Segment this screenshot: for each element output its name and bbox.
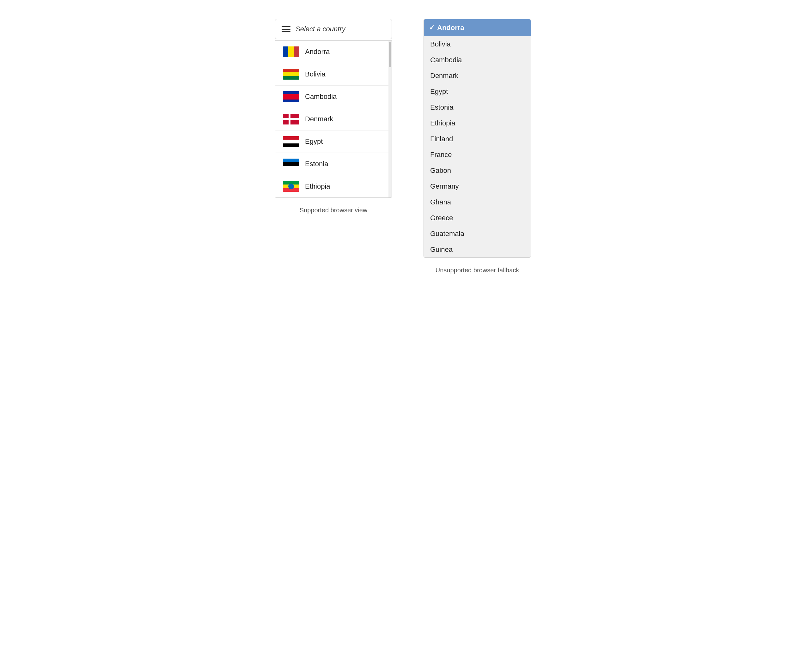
list-item[interactable]: Cambodia: [275, 86, 388, 108]
list-item[interactable]: Denmark: [275, 108, 388, 130]
country-name: Ethiopia: [305, 182, 330, 191]
country-name: Bolivia: [305, 70, 325, 78]
list-item[interactable]: Guinea: [424, 242, 531, 257]
flag-andorra: [283, 46, 299, 57]
flag-estonia: [283, 158, 299, 170]
list-item[interactable]: Egypt: [424, 84, 531, 99]
list-item[interactable]: France: [424, 147, 531, 163]
flag-denmark: [283, 114, 299, 125]
list-item[interactable]: Bolivia: [275, 63, 388, 86]
list-item[interactable]: Estonia: [275, 153, 388, 175]
custom-dropdown: Andorra Bolivia Cambodia: [275, 40, 392, 198]
list-item[interactable]: Estonia: [424, 99, 531, 115]
country-name: Denmark: [305, 115, 333, 123]
country-name: Andorra: [305, 48, 330, 56]
list-item[interactable]: Guatemala: [424, 226, 531, 242]
checkmark-icon: ✓: [429, 24, 434, 32]
left-column: Select a country Andorra: [275, 19, 392, 214]
scrollbar[interactable]: [388, 41, 391, 198]
country-name: Estonia: [305, 160, 328, 168]
country-name: Egypt: [305, 137, 323, 146]
left-label: Supported browser view: [300, 207, 368, 214]
list-item[interactable]: Germany: [424, 178, 531, 194]
hamburger-icon: [282, 26, 291, 32]
country-name: Cambodia: [305, 92, 337, 101]
flag-egypt: [283, 136, 299, 147]
option-list: Bolivia Cambodia Denmark Egypt Estonia E…: [424, 36, 531, 257]
flag-cambodia: [283, 91, 299, 102]
scrollbar-thumb: [389, 42, 391, 67]
select-placeholder: Select a country: [296, 25, 345, 33]
list-item[interactable]: Cambodia: [424, 52, 531, 68]
select-trigger[interactable]: Select a country: [275, 19, 392, 39]
list-item[interactable]: Ghana: [424, 194, 531, 210]
list-item[interactable]: Andorra: [275, 41, 388, 63]
native-select[interactable]: ✓ Andorra Bolivia Cambodia Denmark Egypt…: [424, 19, 531, 258]
list-item[interactable]: Gabon: [424, 163, 531, 178]
list-item[interactable]: Ethiopia: [275, 175, 388, 198]
selected-option[interactable]: ✓ Andorra: [424, 19, 531, 36]
dropdown-items[interactable]: Andorra Bolivia Cambodia: [275, 41, 388, 198]
list-item[interactable]: Ethiopia: [424, 115, 531, 131]
flag-ethiopia: [283, 181, 299, 192]
selected-value: Andorra: [437, 24, 464, 32]
list-item[interactable]: Egypt: [275, 130, 388, 153]
right-label: Unsupported browser fallback: [436, 267, 519, 274]
list-item[interactable]: Greece: [424, 210, 531, 226]
flag-bolivia: [283, 69, 299, 80]
right-column: ✓ Andorra Bolivia Cambodia Denmark Egypt…: [424, 19, 531, 274]
list-item[interactable]: Finland: [424, 131, 531, 147]
page-container: Select a country Andorra: [275, 13, 531, 274]
list-item[interactable]: Denmark: [424, 68, 531, 84]
custom-select[interactable]: Select a country Andorra: [275, 19, 392, 198]
list-item[interactable]: Bolivia: [424, 36, 531, 52]
